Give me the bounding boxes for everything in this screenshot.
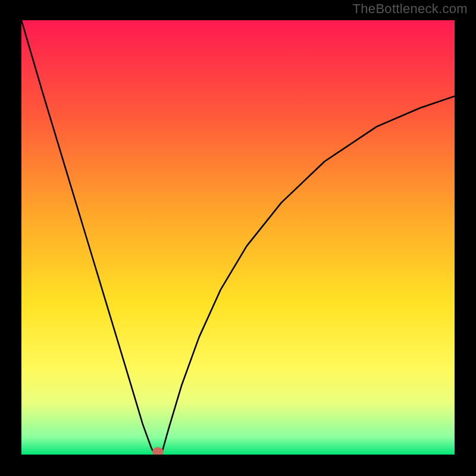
chart-frame: TheBottleneck.com <box>0 0 476 476</box>
plot-area <box>21 20 455 455</box>
watermark-text: TheBottleneck.com <box>353 1 468 17</box>
chart-svg <box>21 20 455 455</box>
